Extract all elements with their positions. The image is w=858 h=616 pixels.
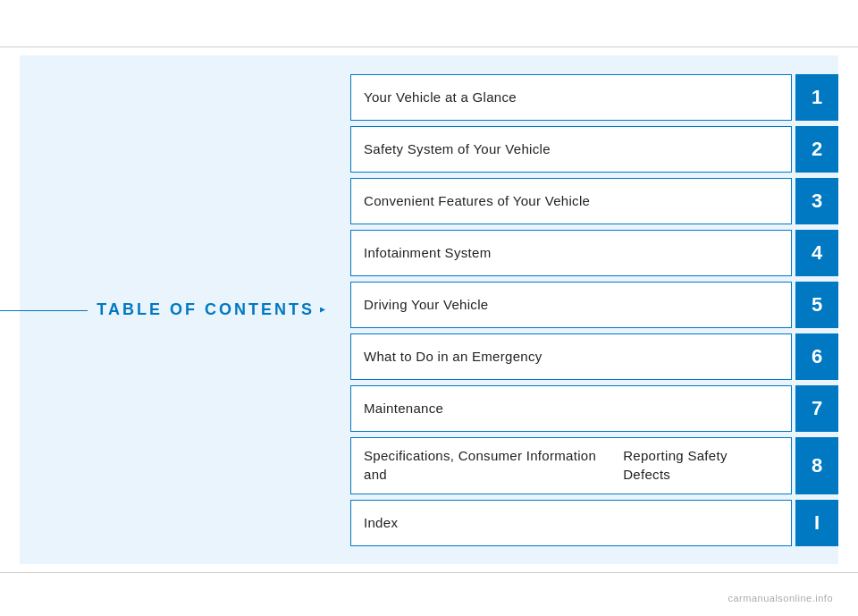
toc-row-5[interactable]: Driving Your Vehicle5: [350, 282, 838, 328]
toc-list: Your Vehicle at a Glance1Safety System o…: [341, 55, 838, 564]
toc-number-1: 1: [795, 74, 838, 121]
toc-text-2: Safety System of Your Vehicle: [350, 126, 792, 173]
toc-number-8: 8: [795, 437, 838, 494]
toc-text-8: Specifications, Consumer Information and…: [350, 437, 792, 494]
toc-row-1[interactable]: Your Vehicle at a Glance1: [350, 74, 838, 121]
toc-text-4: Infotainment System: [350, 230, 792, 276]
toc-row-4[interactable]: Infotainment System4: [350, 230, 838, 276]
toc-title: TABLE OF CONTENTS: [97, 300, 315, 319]
watermark: carmanualsonline.info: [728, 593, 833, 603]
toc-number-7: 7: [795, 385, 838, 432]
toc-text-6: What to Do in an Emergency: [350, 333, 792, 380]
main-content-area: TABLE OF CONTENTS Your Vehicle at a Glan…: [20, 55, 838, 564]
toc-row-2[interactable]: Safety System of Your Vehicle2: [350, 126, 838, 173]
toc-row-3[interactable]: Convenient Features of Your Vehicle3: [350, 178, 838, 224]
toc-number-9: I: [795, 500, 838, 546]
top-divider: [0, 46, 858, 47]
toc-number-4: 4: [795, 230, 838, 276]
left-panel: TABLE OF CONTENTS: [20, 55, 341, 564]
bottom-divider: [0, 572, 858, 573]
toc-number-2: 2: [795, 126, 838, 173]
toc-row-9[interactable]: IndexI: [350, 500, 838, 546]
toc-text-1: Your Vehicle at a Glance: [350, 74, 792, 121]
toc-row-6[interactable]: What to Do in an Emergency6: [350, 333, 838, 380]
toc-number-5: 5: [795, 282, 838, 328]
toc-number-3: 3: [795, 178, 838, 224]
toc-number-6: 6: [795, 333, 838, 380]
toc-row-7[interactable]: Maintenance7: [350, 385, 838, 432]
toc-text-7: Maintenance: [350, 385, 792, 432]
toc-text-9: Index: [350, 500, 792, 546]
toc-row-8[interactable]: Specifications, Consumer Information and…: [350, 437, 838, 494]
toc-text-3: Convenient Features of Your Vehicle: [350, 178, 792, 224]
toc-text-5: Driving Your Vehicle: [350, 282, 792, 328]
